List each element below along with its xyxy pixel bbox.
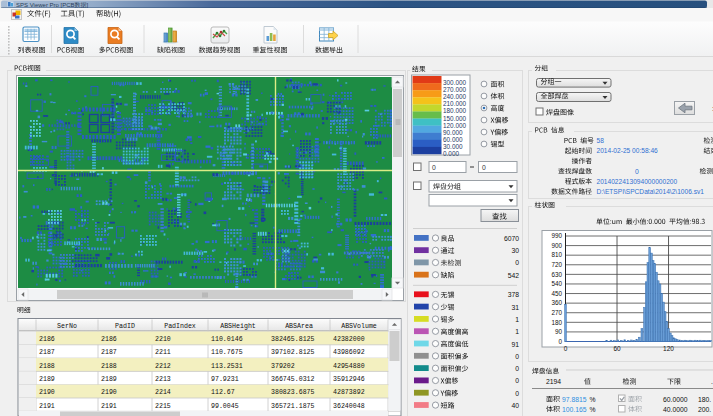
svg-text:110.7675: 110.7675 <box>211 349 243 356</box>
svg-text:2191: 2191 <box>39 403 55 410</box>
svg-text:450: 450 <box>551 290 562 297</box>
svg-text:0: 0 <box>558 338 562 345</box>
svg-text:0.000: 0.000 <box>443 150 459 157</box>
svg-text:382465.8125: 382465.8125 <box>271 336 315 343</box>
svg-text:0: 0 <box>515 377 519 384</box>
svg-text:0: 0 <box>515 365 519 372</box>
svg-text:2212: 2212 <box>155 363 171 370</box>
svg-text:0: 0 <box>515 390 519 397</box>
svg-text:30: 30 <box>511 247 519 254</box>
svg-text:900: 900 <box>551 242 562 249</box>
svg-text:2213: 2213 <box>155 376 171 383</box>
svg-text:2215: 2215 <box>155 403 171 410</box>
svg-text:810: 810 <box>551 251 562 258</box>
svg-text:113.2531: 113.2531 <box>211 363 243 370</box>
svg-text:2187: 2187 <box>101 349 117 356</box>
svg-text:30.000: 30.000 <box>443 143 463 150</box>
svg-text:58: 58 <box>597 137 605 144</box>
svg-text:6070: 6070 <box>504 235 519 242</box>
svg-text:180.: 180. <box>698 396 711 403</box>
svg-text:90.000: 90.000 <box>443 129 463 136</box>
svg-text:120.000: 120.000 <box>443 122 467 129</box>
svg-text:40.0000: 40.0000 <box>663 406 688 413</box>
svg-text:990: 990 <box>551 232 562 239</box>
svg-text:43986092: 43986092 <box>333 349 365 356</box>
svg-text:540: 540 <box>551 280 562 287</box>
svg-text:36240048: 36240048 <box>333 403 365 410</box>
svg-text:42382000: 42382000 <box>333 336 365 343</box>
svg-text:2190: 2190 <box>101 389 117 396</box>
svg-text:2187: 2187 <box>39 349 55 356</box>
svg-text:42873892: 42873892 <box>333 389 365 396</box>
svg-text:630: 630 <box>551 271 562 278</box>
svg-text:97.8815: 97.8815 <box>562 396 587 403</box>
svg-text:60: 60 <box>613 345 621 352</box>
svg-text:2014022413094000000200: 2014022413094000000200 <box>597 178 678 185</box>
svg-text:%: % <box>590 406 596 413</box>
svg-text:ABSVolume: ABSVolume <box>341 323 377 330</box>
svg-text:2186: 2186 <box>39 336 55 343</box>
svg-text:366745.0312: 366745.0312 <box>271 376 315 383</box>
svg-text:2210: 2210 <box>155 336 171 343</box>
svg-text:0: 0 <box>515 353 519 360</box>
svg-text:0: 0 <box>635 168 639 175</box>
svg-text:2194: 2194 <box>546 378 561 385</box>
svg-text:2211: 2211 <box>155 349 171 356</box>
svg-text:0: 0 <box>564 345 568 352</box>
svg-text:PadID: PadID <box>115 323 135 330</box>
svg-text:397102.8125: 397102.8125 <box>271 349 315 356</box>
svg-text:1: 1 <box>515 328 519 335</box>
svg-text:720: 720 <box>551 261 562 268</box>
svg-text:180: 180 <box>551 319 562 326</box>
svg-text:150.000: 150.000 <box>443 115 467 122</box>
svg-text:SPS Viewer Pro [PCB数据]: SPS Viewer Pro [PCB数据] <box>16 2 89 9</box>
svg-text:2214: 2214 <box>155 389 171 396</box>
svg-text:240.000: 240.000 <box>443 93 467 100</box>
svg-text:180.000: 180.000 <box>443 107 467 114</box>
svg-text:100.165: 100.165 <box>562 406 587 413</box>
svg-text:270.000: 270.000 <box>443 86 467 93</box>
svg-text:90: 90 <box>555 328 563 335</box>
svg-text:542: 542 <box>508 272 520 279</box>
svg-text:91: 91 <box>511 341 519 348</box>
svg-text:365721.1875: 365721.1875 <box>271 403 315 410</box>
svg-text:99.0045: 99.0045 <box>211 403 239 410</box>
svg-text:300.000: 300.000 <box>443 79 467 86</box>
svg-text:%: % <box>590 396 596 403</box>
svg-text:270: 270 <box>551 309 562 316</box>
svg-text:2189: 2189 <box>101 376 117 383</box>
svg-text:42954880: 42954880 <box>333 363 365 370</box>
svg-text:35912946: 35912946 <box>333 376 365 383</box>
svg-text:31: 31 <box>511 304 519 311</box>
svg-text:380823.6875: 380823.6875 <box>271 389 315 396</box>
svg-text:2191: 2191 <box>101 403 117 410</box>
svg-text:120: 120 <box>663 345 674 352</box>
svg-text:SerNo: SerNo <box>57 323 77 330</box>
svg-text:2190: 2190 <box>39 389 55 396</box>
svg-text:2189: 2189 <box>39 376 55 383</box>
svg-text:1: 1 <box>515 316 519 323</box>
svg-text:0: 0 <box>515 259 519 266</box>
svg-text:PadIndex: PadIndex <box>164 323 196 330</box>
svg-text:379202: 379202 <box>271 363 295 370</box>
svg-text:60.000: 60.000 <box>443 136 463 143</box>
svg-text:60.0000: 60.0000 <box>663 396 688 403</box>
svg-text:40: 40 <box>511 402 519 409</box>
svg-text:210.000: 210.000 <box>443 100 467 107</box>
svg-text:2186: 2186 <box>101 336 117 343</box>
svg-text:0: 0 <box>432 164 436 171</box>
svg-text:D:\ETSPI\SPCData\2014\2\1006.s: D:\ETSPI\SPCData\2014\2\1006.sv1 <box>597 188 705 195</box>
svg-text:200.: 200. <box>698 406 711 413</box>
svg-text:378: 378 <box>508 291 520 298</box>
svg-text:2188: 2188 <box>39 363 55 370</box>
svg-text:97.9231: 97.9231 <box>211 376 239 383</box>
svg-text:ABSHeight: ABSHeight <box>220 323 256 330</box>
svg-text:2188: 2188 <box>101 363 117 370</box>
svg-text:0: 0 <box>482 164 486 171</box>
svg-text:112.67: 112.67 <box>211 389 235 396</box>
svg-text:ABSArea: ABSArea <box>285 323 313 330</box>
svg-text:2014-02-25 00:58:46: 2014-02-25 00:58:46 <box>597 147 659 154</box>
svg-text:360: 360 <box>551 299 562 306</box>
svg-text:110.0146: 110.0146 <box>211 336 243 343</box>
